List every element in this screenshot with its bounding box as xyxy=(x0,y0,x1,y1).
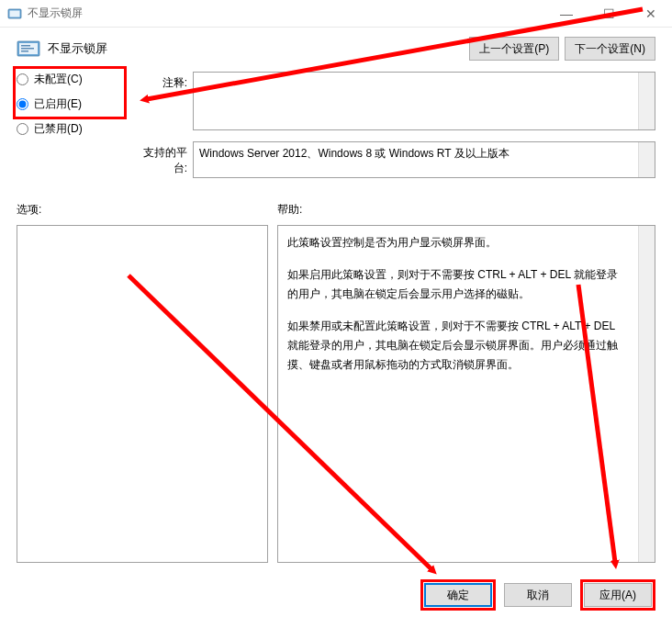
svg-rect-5 xyxy=(21,48,34,50)
state-radio-group: 未配置(C) 已启用(E) 已禁用(D) xyxy=(17,72,136,189)
radio-disabled[interactable]: 已禁用(D) xyxy=(17,121,136,137)
comment-label: 注释: xyxy=(136,72,193,130)
svg-rect-1 xyxy=(10,10,20,17)
radio-enabled[interactable]: 已启用(E) xyxy=(17,96,136,112)
apply-button[interactable]: 应用(A) xyxy=(584,583,652,607)
radio-not-configured-input[interactable] xyxy=(17,73,28,85)
supported-on-text: Windows Server 2012、Windows 8 或 Windows … xyxy=(199,147,510,160)
radio-enabled-input[interactable] xyxy=(17,98,28,110)
header-row: 不显示锁屏 上一个设置(P) 下一个设置(N) xyxy=(17,37,655,61)
comment-textarea[interactable] xyxy=(193,72,655,130)
policy-item-icon xyxy=(7,6,22,21)
radio-enabled-label: 已启用(E) xyxy=(34,96,82,112)
radio-not-configured[interactable]: 未配置(C) xyxy=(17,72,136,87)
help-paragraph-1: 此策略设置控制是否为用户显示锁屏界面。 xyxy=(287,233,645,252)
policy-header-icon xyxy=(17,38,42,60)
radio-not-configured-label: 未配置(C) xyxy=(34,72,83,87)
svg-rect-6 xyxy=(21,50,28,52)
annotation-highlight-ok: 确定 xyxy=(420,579,496,611)
title-bar: 不显示锁屏 — ☐ ✕ xyxy=(0,0,672,28)
ok-button[interactable]: 确定 xyxy=(424,583,492,607)
annotation-highlight-apply: 应用(A) xyxy=(580,579,655,611)
cancel-button[interactable]: 取消 xyxy=(504,583,572,607)
radio-disabled-input[interactable] xyxy=(17,123,28,135)
supported-on-label: 支持的平台: xyxy=(136,141,193,178)
radio-disabled-label: 已禁用(D) xyxy=(34,121,83,137)
next-setting-button[interactable]: 下一个设置(N) xyxy=(565,37,655,61)
options-box xyxy=(17,225,268,563)
previous-setting-button[interactable]: 上一个设置(P) xyxy=(469,37,559,61)
maximize-button[interactable]: ☐ xyxy=(588,0,630,27)
help-box: 此策略设置控制是否为用户显示锁屏界面。 如果启用此策略设置，则对于不需要按 CT… xyxy=(277,225,655,563)
help-paragraph-3: 如果禁用或未配置此策略设置，则对于不需要按 CTRL + ALT + DEL 就… xyxy=(287,317,645,375)
page-title: 不显示锁屏 xyxy=(48,40,464,57)
options-label: 选项: xyxy=(17,202,268,218)
close-button[interactable]: ✕ xyxy=(630,0,672,27)
help-paragraph-2: 如果启用此策略设置，则对于不需要按 CTRL + ALT + DEL 就能登录的… xyxy=(287,265,645,304)
supported-on-box: Windows Server 2012、Windows 8 或 Windows … xyxy=(193,141,655,178)
svg-rect-4 xyxy=(21,45,30,47)
help-label: 帮助: xyxy=(277,202,655,218)
window-title: 不显示锁屏 xyxy=(28,6,545,21)
minimize-button[interactable]: — xyxy=(545,0,588,27)
dialog-footer: 确定 取消 应用(A) xyxy=(0,572,672,617)
